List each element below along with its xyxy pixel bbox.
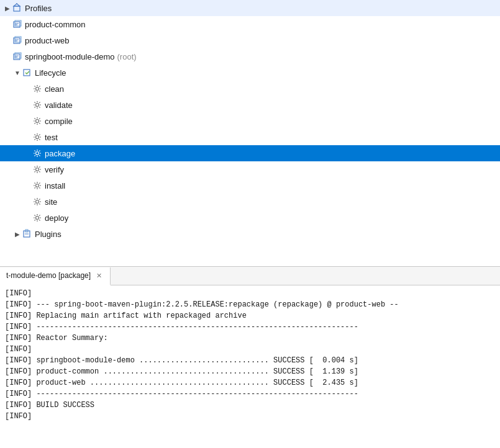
svg-point-22 [36, 184, 39, 187]
console-line: [INFO] --- spring-boot-maven-plugin:2.2.… [5, 299, 495, 310]
tree-item-label: Plugins [35, 230, 61, 239]
svg-rect-15 [24, 69, 30, 76]
gear-icon [32, 116, 42, 126]
svg-point-20 [36, 152, 39, 155]
console-line: [INFO] [5, 344, 495, 355]
module-icon [12, 52, 22, 61]
chevron-icon [2, 3, 12, 13]
tree-item-label: springboot-module-demo [25, 52, 115, 61]
tab-close-button[interactable]: ✕ [94, 271, 104, 280]
tree-item-product-web[interactable]: product-web [0, 32, 500, 48]
gear-icon [32, 84, 42, 94]
gear-icon [32, 132, 42, 142]
tree-item-label: validate [45, 101, 73, 110]
svg-point-17 [36, 104, 39, 107]
tree-item-suffix: (root) [117, 52, 137, 61]
tree-item-label: site [45, 197, 57, 207]
tree-item-verify[interactable]: verify [0, 161, 500, 177]
tree-item-label: product-web [25, 36, 70, 45]
tree-item-label: test [45, 133, 58, 142]
tree-item-clean[interactable]: clean [0, 81, 500, 97]
tree-item-label: install [45, 181, 65, 190]
chevron-icon [12, 229, 22, 239]
console-line: [INFO] [5, 288, 495, 299]
console-line: [INFO] BUILD SUCCESS [5, 400, 495, 411]
console-output: [INFO][INFO] --- spring-boot-maven-plugi… [0, 285, 500, 448]
svg-point-21 [36, 168, 39, 171]
module-icon [12, 35, 22, 45]
plugins-icon [22, 229, 32, 239]
gear-icon [32, 213, 42, 223]
tab-label: t-module-demo [package] [6, 271, 91, 280]
svg-point-23 [36, 200, 39, 204]
console-line: [INFO] [5, 411, 495, 422]
tree-item-test[interactable]: test [0, 129, 500, 145]
profile-icon [12, 3, 22, 13]
gear-icon [32, 164, 42, 174]
tree-container: Profiles product-common product-web spri… [0, 0, 500, 242]
console-line: [INFO] Replacing main artifact with repa… [5, 310, 495, 321]
console-line: [INFO] product-web .....................… [5, 377, 495, 388]
tree-item-profiles[interactable]: Profiles [0, 0, 500, 16]
svg-rect-0 [14, 6, 20, 11]
gear-icon [32, 181, 42, 190]
svg-point-16 [36, 87, 39, 91]
console-line: [INFO] ---------------------------------… [5, 388, 495, 400]
gear-icon [32, 100, 42, 110]
gear-icon [32, 197, 42, 207]
console-line: [INFO] product-common ..................… [5, 366, 495, 377]
tree-item-install[interactable]: install [0, 177, 500, 194]
tree-item-label: deploy [45, 213, 68, 223]
tree-item-springboot-module-demo[interactable]: springboot-module-demo(root) [0, 48, 500, 65]
tab-bar: t-module-demo [package] ✕ [0, 267, 500, 285]
tree-item-deploy[interactable]: deploy [0, 210, 500, 226]
console-line: [INFO] ---------------------------------… [5, 321, 495, 333]
svg-point-18 [36, 120, 39, 123]
tree-item-label: Lifecycle [35, 68, 66, 78]
svg-point-19 [36, 136, 39, 139]
gear-icon [32, 148, 42, 158]
tree-item-label: clean [45, 84, 64, 94]
tree-item-product-common[interactable]: product-common [0, 16, 500, 32]
tree-item-site[interactable]: site [0, 194, 500, 210]
tree-item-label: verify [45, 165, 64, 174]
tree-item-label: package [45, 149, 75, 158]
svg-marker-1 [14, 4, 20, 6]
tree-item-label: compile [45, 117, 73, 126]
tree-item-package[interactable]: package [0, 145, 500, 161]
console-line: [INFO] Reactor Summary: [5, 333, 495, 344]
module-icon [12, 19, 22, 29]
maven-tree-panel: Profiles product-common product-web spri… [0, 0, 500, 267]
tree-item-plugins[interactable]: Plugins [0, 226, 500, 242]
console-panel: t-module-demo [package] ✕ [INFO][INFO] -… [0, 267, 500, 448]
console-tab[interactable]: t-module-demo [package] ✕ [0, 267, 111, 285]
tree-item-compile[interactable]: compile [0, 113, 500, 129]
console-line: [INFO] springboot-module-demo ..........… [5, 355, 495, 366]
chevron-icon [12, 68, 22, 78]
tree-item-validate[interactable]: validate [0, 97, 500, 113]
tree-item-label: Profiles [25, 4, 52, 13]
lifecycle-icon [22, 68, 32, 78]
tree-item-lifecycle[interactable]: Lifecycle [0, 65, 500, 81]
svg-point-24 [36, 217, 39, 220]
tree-item-label: product-common [25, 20, 86, 29]
